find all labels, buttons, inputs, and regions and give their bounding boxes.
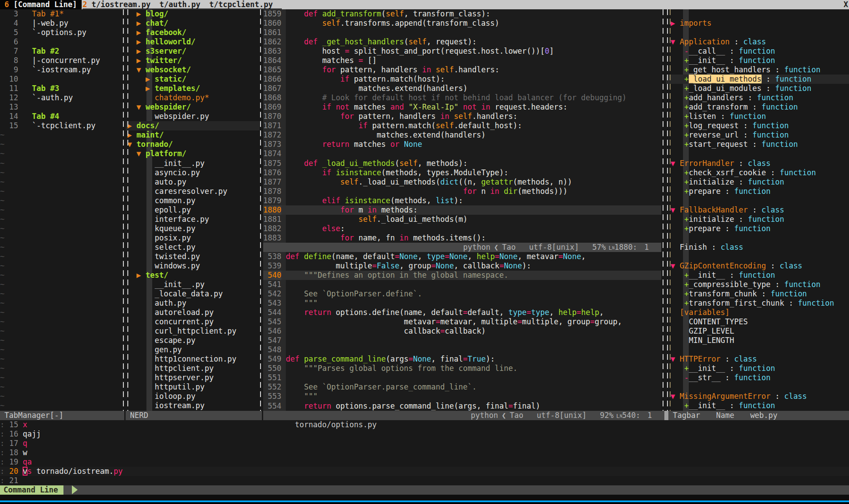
tree-item[interactable]: ▶ test/ — [126, 271, 260, 280]
tree-item[interactable]: epoll.py — [126, 205, 260, 215]
code-line[interactable]: 539 multiple=False, group=None, callback… — [263, 261, 661, 271]
tag-item[interactable]: GZIP_LEVEL — [666, 327, 849, 336]
tree-item[interactable]: interface.py — [126, 215, 260, 224]
tabmanager-item[interactable]: 8|-concurrent.py — [0, 56, 121, 65]
code-line[interactable]: 1863 host = split_host_and_port(request.… — [263, 47, 661, 56]
code-line[interactable]: 1879 elif isinstance(methods, list): — [263, 196, 661, 205]
code-line[interactable]: 552 See `OptionParser.parse_command_line… — [263, 382, 661, 392]
tree-item[interactable]: windows.py — [126, 261, 260, 271]
tag-item[interactable]: ▼ FallbackHandler : class — [666, 205, 849, 215]
tag-item[interactable] — [666, 252, 849, 261]
tabmanager-item[interactable]: 14Tab #4 — [0, 112, 121, 121]
tag-item[interactable]: +add_handlers : function — [666, 93, 849, 102]
tag-item[interactable] — [666, 345, 849, 354]
tag-item[interactable]: MIN_LENGTH — [666, 336, 849, 345]
tree-item[interactable]: webspider.py — [126, 112, 260, 121]
tag-item[interactable]: +transform_first_chunk : function — [666, 299, 849, 308]
tag-item[interactable]: +__init__ : function — [666, 271, 849, 280]
tree-item[interactable]: escape.py — [126, 336, 260, 345]
tree-item[interactable]: ▼ tornado/ — [126, 140, 260, 149]
code-line[interactable]: 1883 for name, fn in methods.items(): — [263, 233, 661, 243]
code-line[interactable]: 554 return options.parse_command_line(ar… — [263, 402, 661, 411]
tree-item[interactable]: iostream.py — [126, 401, 260, 410]
tree-item[interactable]: ▶ twitter/ — [126, 56, 260, 65]
code-line[interactable]: 538def define(name, default=None, type=N… — [263, 252, 661, 261]
tree-item[interactable]: ▶ static/ — [126, 75, 260, 84]
tag-item[interactable]: [variables] — [666, 308, 849, 317]
code-line[interactable]: 551 — [263, 373, 661, 382]
tree-item[interactable]: auto.py — [126, 177, 260, 187]
code-line[interactable]: 546 callback=callback) — [263, 327, 661, 336]
window-separator[interactable] — [663, 9, 663, 411]
tag-item[interactable]: +__init__ : function — [666, 401, 849, 410]
code-line[interactable]: 1859 def add_transform(self, transform_c… — [263, 9, 661, 19]
tag-item[interactable]: +add_transform : function — [666, 102, 849, 112]
tabmanager-item[interactable]: 4|-web.py — [0, 19, 121, 28]
tab-auth[interactable]: t/auth.py — [159, 0, 200, 9]
tabmanager-item[interactable]: 11Tab #3 — [0, 84, 121, 93]
tab-tcpclient[interactable]: t/tcpclient.py — [209, 0, 272, 9]
window-separator[interactable] — [667, 9, 668, 411]
tree-item[interactable]: select.py — [126, 243, 260, 252]
code-line[interactable]: 547 — [263, 336, 661, 345]
code-line[interactable]: 548 — [263, 345, 661, 354]
code-line[interactable]: 1870 for pattern, handlers in self.handl… — [263, 112, 661, 121]
tag-item[interactable]: ▼ Application : class — [666, 37, 849, 47]
tree-item[interactable]: ▶ templates/ — [126, 84, 260, 93]
tag-item[interactable]: +reverse_url : function — [666, 130, 849, 140]
tag-item[interactable]: +transform_chunk : function — [666, 289, 849, 299]
tag-item[interactable]: -__str__ : function — [666, 373, 849, 382]
code-line[interactable]: 1867 matches.extend(handlers) — [263, 84, 661, 93]
command-history-line[interactable]: :18w — [0, 448, 849, 457]
tree-item[interactable]: __init__.py — [126, 280, 260, 289]
tag-item[interactable]: +start_request : function — [666, 140, 849, 149]
code-line[interactable]: 1868 # Look for default host if not behi… — [263, 93, 661, 102]
tag-item[interactable]: +__init__ : function — [666, 56, 849, 65]
tag-item[interactable] — [666, 382, 849, 392]
tabmanager-item[interactable]: 15`-tcpclient.py — [0, 121, 121, 130]
tabmanager-item[interactable]: 5`-options.py — [0, 28, 121, 37]
tag-item[interactable] — [666, 233, 849, 243]
code-line[interactable]: 1874 — [263, 149, 661, 158]
tabmanager-item[interactable]: 3Tab #1* — [0, 9, 121, 19]
tree-item[interactable]: common.py — [126, 196, 260, 205]
code-line[interactable]: 1862 def _get_host_handlers(self, reques… — [263, 37, 661, 47]
code-line[interactable]: 1878 for n in dir(methods))) — [263, 187, 661, 196]
tree-item[interactable]: gen.py — [126, 345, 260, 354]
tab-iostream[interactable]: t/iostream.py — [91, 0, 150, 9]
tree-item[interactable]: ▶ helloworld/ — [126, 37, 260, 47]
code-line[interactable]: 1864 matches = [] — [263, 56, 661, 65]
tree-item[interactable]: curl_httpclient.py — [126, 327, 260, 336]
tree-item[interactable]: ▼ platform/ — [126, 149, 260, 158]
tag-item[interactable]: +initialize : function — [666, 177, 849, 187]
tree-item[interactable]: _locale_data.py — [126, 289, 260, 299]
tag-item[interactable] — [666, 196, 849, 205]
tree-item[interactable]: ▼ websocket/ — [126, 65, 260, 75]
tree-item[interactable]: ▶ blog/ — [126, 9, 260, 19]
code-line[interactable]: 1882 else: — [263, 224, 661, 233]
tag-item[interactable]: +_load_ui_methods : function — [666, 75, 849, 84]
command-history-line[interactable]: :19qa — [0, 457, 849, 467]
code-line[interactable]: 553 """ — [263, 392, 661, 401]
code-line[interactable]: 1866 if pattern.match(host): — [263, 75, 661, 84]
code-line[interactable]: 1861 — [263, 28, 661, 37]
tag-item[interactable]: +initialize : function — [666, 215, 849, 224]
window-separator[interactable] — [260, 9, 261, 411]
tree-item[interactable]: ioloop.py — [126, 392, 260, 401]
code-line[interactable]: 1880 for m in methods: — [263, 205, 661, 215]
tag-item[interactable]: +__init__ : function — [666, 364, 849, 373]
code-line[interactable]: 542 See `OptionParser.define`. — [263, 289, 661, 299]
window-separator[interactable] — [127, 9, 128, 411]
tag-item[interactable]: ▶ imports — [666, 19, 849, 28]
tree-item[interactable]: ▶ facebook/ — [126, 28, 260, 37]
window-separator[interactable] — [123, 9, 124, 411]
command-history-line[interactable]: :21 — [0, 476, 849, 485]
tree-item[interactable]: concurrent.py — [126, 317, 260, 327]
tree-item[interactable]: httpserver.py — [126, 373, 260, 382]
tabmanager-item[interactable]: 12`-auth.py — [0, 93, 121, 102]
command-history-line[interactable]: :16qajj — [0, 429, 849, 439]
tree-item[interactable]: ▼ webspider/ — [126, 102, 260, 112]
code-line[interactable]: 550 """Parses global options from the co… — [263, 364, 661, 373]
tag-item[interactable]: +check_xsrf_cookie : function — [666, 168, 849, 177]
tag-item[interactable]: +_get_host_handlers : function — [666, 65, 849, 75]
